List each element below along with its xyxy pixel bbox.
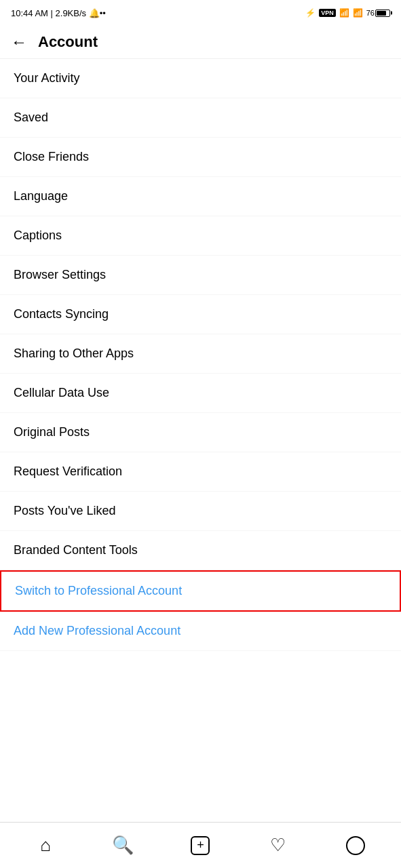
battery-body: [375, 9, 390, 17]
page-header: ← Account: [0, 26, 401, 59]
nav-search[interactable]: 🔍: [106, 829, 140, 863]
menu-item-label-contacts-syncing: Contacts Syncing: [14, 307, 109, 321]
back-button[interactable]: ←: [11, 33, 27, 52]
menu-item-label-sharing-to-other-apps: Sharing to Other Apps: [14, 347, 134, 361]
menu-item-label-add-new-professional: Add New Professional Account: [14, 624, 180, 638]
bottom-navigation: ⌂ 🔍 ♡: [0, 822, 401, 868]
menu-item-cellular-data-use[interactable]: Cellular Data Use: [0, 374, 401, 413]
status-icons: ⚡ VPN 📶 📶 76: [305, 8, 390, 18]
menu-item-add-new-professional[interactable]: Add New Professional Account: [0, 612, 401, 651]
menu-item-label-captions: Captions: [14, 229, 62, 243]
menu-item-label-branded-content-tools: Branded Content Tools: [14, 543, 138, 557]
battery: 76: [366, 9, 390, 17]
profile-icon: [346, 836, 365, 855]
wifi-icon: 📶: [353, 8, 363, 18]
menu-item-label-original-posts: Original Posts: [14, 425, 90, 439]
menu-item-posts-youve-liked[interactable]: Posts You've Liked: [0, 492, 401, 531]
page-title: Account: [38, 33, 98, 51]
menu-item-captions[interactable]: Captions: [0, 216, 401, 256]
menu-item-label-language: Language: [14, 189, 68, 203]
nav-home[interactable]: ⌂: [28, 829, 62, 863]
menu-item-your-activity[interactable]: Your Activity: [0, 59, 401, 98]
bluetooth-icon: ⚡: [305, 8, 316, 18]
menu-item-label-saved: Saved: [14, 111, 48, 125]
menu-item-contacts-syncing[interactable]: Contacts Syncing: [0, 295, 401, 334]
status-time-network: 10:44 AM | 2.9KB/s 🔔••: [11, 8, 106, 18]
menu-item-browser-settings[interactable]: Browser Settings: [0, 256, 401, 295]
menu-item-label-browser-settings: Browser Settings: [14, 268, 106, 282]
menu-item-sharing-to-other-apps[interactable]: Sharing to Other Apps: [0, 334, 401, 374]
menu-list: Your ActivitySavedClose FriendsLanguageC…: [0, 59, 401, 822]
home-icon: ⌂: [40, 835, 51, 856]
menu-item-switch-to-professional[interactable]: Switch to Professional Account: [0, 570, 401, 612]
menu-item-original-posts[interactable]: Original Posts: [0, 413, 401, 452]
add-icon: [191, 836, 210, 855]
menu-item-label-request-verification: Request Verification: [14, 465, 122, 479]
menu-item-branded-content-tools[interactable]: Branded Content Tools: [0, 531, 401, 570]
menu-item-label-posts-youve-liked: Posts You've Liked: [14, 504, 116, 518]
menu-item-language[interactable]: Language: [0, 177, 401, 216]
nav-profile[interactable]: [339, 829, 373, 863]
menu-item-label-close-friends: Close Friends: [14, 150, 89, 164]
menu-item-close-friends[interactable]: Close Friends: [0, 138, 401, 177]
vpn-badge: VPN: [319, 9, 336, 17]
menu-item-label-cellular-data-use: Cellular Data Use: [14, 386, 109, 400]
nav-heart[interactable]: ♡: [261, 829, 295, 863]
heart-icon: ♡: [270, 835, 286, 856]
menu-item-label-switch-to-professional: Switch to Professional Account: [15, 584, 182, 598]
signal-icon: 📶: [339, 8, 349, 18]
menu-item-request-verification[interactable]: Request Verification: [0, 452, 401, 492]
status-bar: 10:44 AM | 2.9KB/s 🔔•• ⚡ VPN 📶 📶 76: [0, 0, 401, 26]
battery-fill: [377, 11, 386, 16]
nav-add[interactable]: [183, 829, 217, 863]
search-icon: 🔍: [112, 835, 134, 856]
battery-percent: 76: [366, 9, 375, 17]
menu-item-saved[interactable]: Saved: [0, 98, 401, 138]
menu-item-label-your-activity: Your Activity: [14, 71, 79, 85]
